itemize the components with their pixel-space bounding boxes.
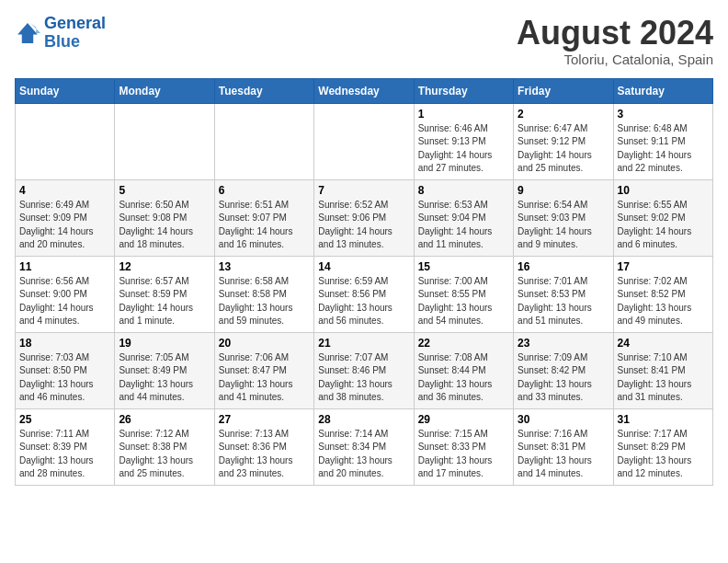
- day-number: 14: [318, 260, 409, 273]
- calendar-week-row: 4Sunrise: 6:49 AM Sunset: 9:09 PM Daylig…: [16, 179, 713, 256]
- day-number: 21: [318, 337, 409, 350]
- day-info: Sunrise: 6:50 AM Sunset: 9:08 PM Dayligh…: [119, 199, 210, 252]
- day-info: Sunrise: 6:56 AM Sunset: 9:00 PM Dayligh…: [19, 275, 110, 328]
- calendar-cell: [115, 103, 214, 179]
- day-number: 2: [518, 108, 609, 121]
- calendar-cell: 24Sunrise: 7:10 AM Sunset: 8:41 PM Dayli…: [613, 332, 712, 408]
- day-number: 31: [618, 413, 709, 426]
- day-number: 27: [219, 413, 310, 426]
- calendar-cell: [214, 103, 313, 179]
- day-info: Sunrise: 7:15 AM Sunset: 8:33 PM Dayligh…: [418, 428, 509, 481]
- calendar-cell: 20Sunrise: 7:06 AM Sunset: 8:47 PM Dayli…: [214, 332, 313, 408]
- calendar-cell: 27Sunrise: 7:13 AM Sunset: 8:36 PM Dayli…: [214, 408, 313, 485]
- calendar-cell: 4Sunrise: 6:49 AM Sunset: 9:09 PM Daylig…: [16, 179, 115, 256]
- logo-line1: General: [44, 14, 106, 32]
- day-number: 30: [518, 413, 609, 426]
- calendar-cell: 6Sunrise: 6:51 AM Sunset: 9:07 PM Daylig…: [214, 179, 313, 256]
- svg-marker-0: [17, 23, 38, 43]
- day-info: Sunrise: 7:06 AM Sunset: 8:47 PM Dayligh…: [219, 351, 310, 405]
- day-number: 8: [418, 184, 509, 197]
- day-number: 9: [518, 184, 609, 197]
- column-header-monday: Monday: [115, 78, 214, 103]
- day-number: 6: [219, 184, 310, 197]
- calendar-cell: 15Sunrise: 7:00 AM Sunset: 8:55 PM Dayli…: [414, 256, 513, 332]
- day-info: Sunrise: 6:46 AM Sunset: 9:13 PM Dayligh…: [418, 122, 509, 176]
- day-info: Sunrise: 6:48 AM Sunset: 9:11 PM Dayligh…: [618, 122, 709, 176]
- day-info: Sunrise: 6:57 AM Sunset: 8:59 PM Dayligh…: [119, 275, 210, 328]
- day-info: Sunrise: 7:08 AM Sunset: 8:44 PM Dayligh…: [418, 351, 509, 405]
- calendar-cell: 29Sunrise: 7:15 AM Sunset: 8:33 PM Dayli…: [414, 408, 513, 485]
- day-number: 12: [119, 260, 210, 273]
- day-number: 16: [518, 260, 609, 273]
- day-number: 13: [219, 260, 310, 273]
- calendar-cell: 13Sunrise: 6:58 AM Sunset: 8:58 PM Dayli…: [214, 256, 313, 332]
- logo-text: General Blue: [44, 15, 106, 52]
- column-header-wednesday: Wednesday: [314, 78, 414, 103]
- day-info: Sunrise: 6:55 AM Sunset: 9:02 PM Dayligh…: [618, 199, 709, 252]
- column-header-saturday: Saturday: [613, 78, 712, 103]
- calendar-week-row: 25Sunrise: 7:11 AM Sunset: 8:39 PM Dayli…: [16, 408, 713, 485]
- calendar-cell: 22Sunrise: 7:08 AM Sunset: 8:44 PM Dayli…: [414, 332, 513, 408]
- day-number: 29: [418, 413, 509, 426]
- logo: General Blue: [15, 15, 106, 52]
- title-block: August 2024 Toloriu, Catalonia, Spain: [517, 15, 713, 67]
- day-info: Sunrise: 6:47 AM Sunset: 9:12 PM Dayligh…: [518, 122, 609, 176]
- day-number: 18: [19, 337, 110, 350]
- calendar-cell: 11Sunrise: 6:56 AM Sunset: 9:00 PM Dayli…: [16, 256, 115, 332]
- day-info: Sunrise: 7:03 AM Sunset: 8:50 PM Dayligh…: [19, 351, 110, 405]
- day-number: 28: [318, 413, 409, 426]
- logo-icon: [15, 20, 40, 46]
- calendar-cell: 26Sunrise: 7:12 AM Sunset: 8:38 PM Dayli…: [115, 408, 214, 485]
- calendar-cell: [314, 103, 414, 179]
- day-number: 22: [418, 337, 509, 350]
- day-number: 24: [618, 337, 709, 350]
- day-number: 4: [19, 184, 110, 197]
- calendar-header-row: SundayMondayTuesdayWednesdayThursdayFrid…: [16, 78, 713, 103]
- calendar-cell: 17Sunrise: 7:02 AM Sunset: 8:52 PM Dayli…: [613, 256, 712, 332]
- column-header-tuesday: Tuesday: [214, 78, 313, 103]
- day-number: 26: [119, 413, 210, 426]
- day-number: 1: [418, 108, 509, 121]
- day-info: Sunrise: 7:10 AM Sunset: 8:41 PM Dayligh…: [618, 351, 709, 405]
- calendar-week-row: 11Sunrise: 6:56 AM Sunset: 9:00 PM Dayli…: [16, 256, 713, 332]
- day-info: Sunrise: 7:16 AM Sunset: 8:31 PM Dayligh…: [518, 428, 609, 481]
- calendar-cell: 23Sunrise: 7:09 AM Sunset: 8:42 PM Dayli…: [514, 332, 613, 408]
- day-info: Sunrise: 6:58 AM Sunset: 8:58 PM Dayligh…: [219, 275, 310, 328]
- day-info: Sunrise: 7:00 AM Sunset: 8:55 PM Dayligh…: [418, 275, 509, 328]
- day-info: Sunrise: 7:07 AM Sunset: 8:46 PM Dayligh…: [318, 351, 409, 405]
- calendar-table: SundayMondayTuesdayWednesdayThursdayFrid…: [15, 78, 713, 486]
- page-header: General Blue August 2024 Toloriu, Catalo…: [15, 15, 713, 67]
- calendar-cell: 25Sunrise: 7:11 AM Sunset: 8:39 PM Dayli…: [16, 408, 115, 485]
- calendar-cell: 31Sunrise: 7:17 AM Sunset: 8:29 PM Dayli…: [613, 408, 712, 485]
- calendar-cell: 19Sunrise: 7:05 AM Sunset: 8:49 PM Dayli…: [115, 332, 214, 408]
- calendar-cell: 28Sunrise: 7:14 AM Sunset: 8:34 PM Dayli…: [314, 408, 414, 485]
- day-info: Sunrise: 7:17 AM Sunset: 8:29 PM Dayligh…: [618, 428, 709, 481]
- column-header-sunday: Sunday: [16, 78, 115, 103]
- column-header-friday: Friday: [514, 78, 613, 103]
- day-info: Sunrise: 7:05 AM Sunset: 8:49 PM Dayligh…: [119, 351, 210, 405]
- calendar-cell: 12Sunrise: 6:57 AM Sunset: 8:59 PM Dayli…: [115, 256, 214, 332]
- calendar-cell: 30Sunrise: 7:16 AM Sunset: 8:31 PM Dayli…: [514, 408, 613, 485]
- day-info: Sunrise: 6:49 AM Sunset: 9:09 PM Dayligh…: [19, 199, 110, 252]
- calendar-subtitle: Toloriu, Catalonia, Spain: [517, 52, 713, 67]
- column-header-thursday: Thursday: [414, 78, 513, 103]
- day-info: Sunrise: 6:53 AM Sunset: 9:04 PM Dayligh…: [418, 199, 509, 252]
- day-number: 23: [518, 337, 609, 350]
- day-info: Sunrise: 7:14 AM Sunset: 8:34 PM Dayligh…: [318, 428, 409, 481]
- calendar-cell: 7Sunrise: 6:52 AM Sunset: 9:06 PM Daylig…: [314, 179, 414, 256]
- calendar-cell: 3Sunrise: 6:48 AM Sunset: 9:11 PM Daylig…: [613, 103, 712, 179]
- calendar-cell: 1Sunrise: 6:46 AM Sunset: 9:13 PM Daylig…: [414, 103, 513, 179]
- day-info: Sunrise: 6:59 AM Sunset: 8:56 PM Dayligh…: [318, 275, 409, 328]
- day-number: 10: [618, 184, 709, 197]
- calendar-cell: 16Sunrise: 7:01 AM Sunset: 8:53 PM Dayli…: [514, 256, 613, 332]
- day-number: 25: [19, 413, 110, 426]
- day-number: 3: [618, 108, 709, 121]
- day-number: 7: [318, 184, 409, 197]
- calendar-cell: 2Sunrise: 6:47 AM Sunset: 9:12 PM Daylig…: [514, 103, 613, 179]
- calendar-title: August 2024: [517, 15, 713, 52]
- calendar-cell: 14Sunrise: 6:59 AM Sunset: 8:56 PM Dayli…: [314, 256, 414, 332]
- calendar-week-row: 1Sunrise: 6:46 AM Sunset: 9:13 PM Daylig…: [16, 103, 713, 179]
- calendar-cell: 18Sunrise: 7:03 AM Sunset: 8:50 PM Dayli…: [16, 332, 115, 408]
- day-info: Sunrise: 6:52 AM Sunset: 9:06 PM Dayligh…: [318, 199, 409, 252]
- day-number: 17: [618, 260, 709, 273]
